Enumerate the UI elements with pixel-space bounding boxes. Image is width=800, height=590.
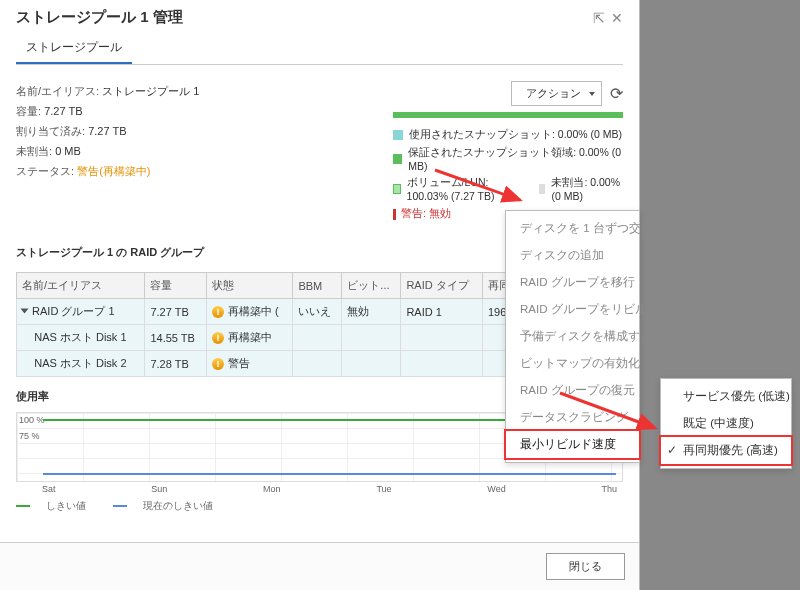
close-button[interactable]: 閉じる bbox=[546, 553, 625, 580]
close-icon[interactable]: ✕ bbox=[611, 10, 623, 26]
status-value: 警告(再構築中) bbox=[77, 165, 150, 177]
allocated-label: 割り当て済み: bbox=[16, 125, 85, 137]
warning-text: 警告: 無効 bbox=[401, 207, 451, 219]
legend-snapshot: 使用されたスナップショット: 0.00% (0 MB) bbox=[409, 128, 622, 142]
action-button[interactable]: アクション bbox=[511, 81, 602, 106]
y-tick-75: 75 % bbox=[19, 431, 40, 441]
pool-info: 名前/エイリアス: ストレージプール 1 容量: 7.27 TB 割り当て済み:… bbox=[16, 81, 393, 221]
refresh-icon[interactable]: ⟳ bbox=[610, 84, 623, 103]
x-tick: Sat bbox=[42, 484, 56, 494]
dropdown-item[interactable]: データスクラビング bbox=[506, 404, 639, 431]
dropdown-item[interactable]: ディスクの追加 bbox=[506, 242, 639, 269]
dropdown-item[interactable]: ディスクを 1 台ずつ交換する bbox=[506, 215, 639, 242]
submenu-item[interactable]: サービス優先 (低速) bbox=[661, 383, 791, 410]
legend-snapshot-icon bbox=[393, 130, 403, 140]
manage-dropdown[interactable]: ディスクを 1 台ずつ交換するディスクの追加RAID グループを移行RAID グ… bbox=[505, 210, 640, 463]
maximize-icon[interactable]: ⇱ bbox=[593, 10, 605, 26]
submenu-item[interactable]: 既定 (中速度) bbox=[661, 410, 791, 437]
dropdown-item[interactable]: RAID グループの復元 bbox=[506, 377, 639, 404]
dropdown-item[interactable]: RAID グループをリビルド bbox=[506, 296, 639, 323]
legend-unalloc-icon bbox=[539, 184, 546, 194]
table-header[interactable]: 名前/エイリアス bbox=[17, 273, 145, 299]
dropdown-item[interactable]: ビットマップの有効化 bbox=[506, 350, 639, 377]
capacity-bar bbox=[393, 112, 623, 118]
x-tick: Tue bbox=[376, 484, 391, 494]
table-header[interactable]: ビット... bbox=[342, 273, 401, 299]
capacity-label: 容量: bbox=[16, 105, 41, 117]
legend-reserve-icon bbox=[393, 154, 402, 164]
name-label: 名前/エイリアス: bbox=[16, 85, 99, 97]
legend-unalloc: 未割当: 0.00% (0 MB) bbox=[551, 176, 623, 202]
raid-section-title: ストレージプール 1 の RAID グループ bbox=[16, 245, 204, 260]
legend-current-icon bbox=[113, 505, 127, 507]
name-value: ストレージプール 1 bbox=[102, 85, 199, 97]
x-tick: Thu bbox=[601, 484, 617, 494]
unalloc-value: 0 MB bbox=[55, 145, 81, 157]
modal-title: ストレージプール 1 管理 bbox=[16, 8, 183, 27]
legend-volume: ボリューム/LUN: 100.03% (7.27 TB) bbox=[407, 176, 527, 202]
legend-volume-icon bbox=[393, 184, 401, 194]
backdrop bbox=[640, 0, 800, 590]
usage-title: 使用率 bbox=[16, 389, 49, 404]
x-tick: Wed bbox=[487, 484, 505, 494]
dropdown-item[interactable]: RAID グループを移行 bbox=[506, 269, 639, 296]
table-header[interactable]: RAID タイプ bbox=[401, 273, 483, 299]
chart-line-current bbox=[43, 473, 616, 475]
dropdown-item[interactable]: 最小リビルド速度 bbox=[506, 431, 639, 458]
legend-reserve: 保証されたスナップショット領域: 0.00% (0 MB) bbox=[408, 146, 623, 172]
table-header[interactable]: BBM bbox=[293, 273, 342, 299]
allocated-value: 7.27 TB bbox=[88, 125, 127, 137]
table-header[interactable]: 容量 bbox=[145, 273, 207, 299]
legend-threshold-icon bbox=[16, 505, 30, 507]
x-tick: Sun bbox=[151, 484, 167, 494]
capacity-value: 7.27 TB bbox=[44, 105, 83, 117]
legend-current: 現在のしきい値 bbox=[143, 499, 213, 513]
rebuild-speed-submenu[interactable]: サービス優先 (低速)既定 (中速度)再同期優先 (高速) bbox=[660, 378, 792, 469]
table-header[interactable]: 状態 bbox=[207, 273, 293, 299]
x-tick: Mon bbox=[263, 484, 281, 494]
tab-storage-pool[interactable]: ストレージプール bbox=[16, 33, 132, 64]
submenu-item[interactable]: 再同期優先 (高速) bbox=[661, 437, 791, 464]
warning-icon bbox=[393, 209, 396, 220]
y-tick-100: 100 % bbox=[19, 415, 45, 425]
unalloc-label: 未割当: bbox=[16, 145, 52, 157]
legend-threshold: しきい値 bbox=[46, 499, 86, 513]
status-label: ステータス: bbox=[16, 165, 74, 177]
dropdown-item[interactable]: 予備ディスクを構成する bbox=[506, 323, 639, 350]
